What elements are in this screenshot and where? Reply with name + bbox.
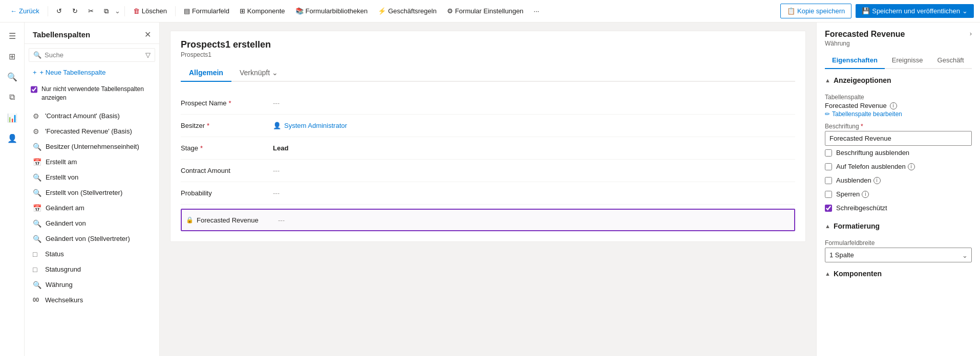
checkbox-readonly-row[interactable]: Schreibgeschützt [825,201,972,215]
description-input[interactable] [825,131,972,146]
value-besitzer[interactable]: 👤 System Administrator [273,122,347,129]
label-prospect-name: Prospect Name * [181,99,273,107]
more-button[interactable]: ··· [529,5,543,17]
panel-tab-eigenschaften[interactable]: Eigenschaften [825,52,885,69]
description-label: Beschriftung * [825,123,972,130]
description-required: * [861,123,863,130]
nav-grid-icon[interactable]: ⊞ [3,47,22,65]
sidebar-item-contract-amount-basis[interactable]: ⚙ 'Contract Amount' (Basis) [25,108,159,124]
business-rules-button[interactable]: ⚡ Geschäftsregeln [374,5,441,17]
sidebar: Tabellenspalten ✕ 🔍 ▽ + + Neue Tabellens… [25,23,160,356]
component-button[interactable]: ⊞ Komponente [236,5,289,17]
tab-allgemein[interactable]: Allgemein [181,64,231,82]
copy-icon: ⧉ [104,7,109,15]
cut-button[interactable]: ✂ [84,5,98,17]
sidebar-item-erstellt-von[interactable]: 🔍 Erstellt von [25,170,159,185]
new-column-button[interactable]: + + Neue Tabellenspalte [29,66,155,79]
undo-button[interactable]: ↺ [52,5,66,17]
search-icon-2: 🔍 [33,173,41,182]
checkbox-lock-row[interactable]: Sperren i [825,187,972,201]
nav-menu-icon[interactable]: ☰ [3,27,22,45]
info-icon-table-column[interactable]: i [890,102,897,109]
sidebar-item-geandert-von[interactable]: 🔍 Geändert von [25,216,159,231]
copy-button[interactable]: ⧉ [100,5,113,17]
unused-columns-checkbox-row[interactable]: Nur nicht verwendete Tabellenspalten anz… [29,83,155,104]
redo-button[interactable]: ↻ [68,5,82,17]
field-stage[interactable]: Stage * Lead [181,137,795,160]
checkbox-hide-label[interactable] [825,149,832,157]
checkbox-readonly[interactable] [825,205,832,212]
sidebar-item-wechselkurs[interactable]: 00 Wechselkurs [25,293,159,307]
chevron-icon-3: ▲ [825,271,830,277]
form-settings-button[interactable]: ⚙ Formular Einstellungen [443,5,528,17]
form-subtitle: Prospects1 [181,51,795,58]
tab-dropdown-icon: ⌄ [272,69,278,77]
section-komponenten[interactable]: ▲ Komponenten [825,262,972,282]
nav-search-icon[interactable]: 🔍 [3,68,22,86]
form-width-select[interactable]: 1 Spalte 2 Spalten [825,248,972,262]
checkbox-lock[interactable] [825,191,832,198]
sidebar-item-forecasted-revenue-basis[interactable]: ⚙ 'Forecasted Revenue' (Basis) [25,124,159,139]
field-contract-amount[interactable]: Contract Amount --- [181,160,795,182]
unused-columns-checkbox[interactable] [31,86,37,93]
checkbox-hide-label-text: Beschriftung ausblenden [836,149,909,157]
checkbox-hide-row[interactable]: Ausblenden i [825,173,972,187]
section-formatierung[interactable]: ▲ Formatierung [825,215,972,234]
sidebar-item-erstellt-von-stellvertreter[interactable]: 🔍 Erstellt von (Stellvertreter) [25,185,159,201]
statusgrund-icon: □ [33,265,41,274]
filter-icon[interactable]: ▽ [145,51,151,59]
cut-icon: ✂ [88,7,94,15]
field-probability[interactable]: Probability --- [181,182,795,205]
undo-icon: ↺ [56,7,62,15]
nav-people-icon[interactable]: 👤 [3,129,22,147]
back-button[interactable]: ← Zurück [6,5,44,17]
checkbox-hide-label-row[interactable]: Beschriftung ausblenden [825,146,972,160]
section-anzeigeoptionen[interactable]: ▲ Anzeigeoptionen [825,69,972,88]
checkbox-hide[interactable] [825,177,832,184]
panel-tab-ereignisse[interactable]: Ereignisse [885,52,930,69]
gear-icon-2: ⚙ [33,127,41,136]
save-copy-icon: 📋 [787,7,795,15]
search-icon: 🔍 [33,51,41,59]
toolbar-separator-3 [175,6,176,16]
save-publish-button[interactable]: 💾 Speichern und veröffentlichen ⌄ [856,4,974,18]
sidebar-item-erstellt-am[interactable]: 📅 Erstellt am [25,154,159,170]
sidebar-item-geandert-von-stellvertreter[interactable]: 🔍 Geändert von (Stellvertreter) [25,231,159,247]
nav-layers-icon[interactable]: ⧉ [3,88,22,106]
sidebar-close-button[interactable]: ✕ [144,30,151,39]
checkbox-lock-text: Sperren i [836,190,869,198]
field-forecasted-revenue[interactable]: 🔒 Forecasted Revenue --- [181,209,795,231]
info-icon-hide[interactable]: i [874,177,881,184]
sidebar-item-wahrung[interactable]: 🔍 Währung [25,277,159,293]
field-besitzer[interactable]: Besitzer * 👤 System Administrator [181,115,795,137]
info-icon-phone[interactable]: i [908,163,915,170]
value-prospect-name: --- [273,99,280,107]
sidebar-item-besitzer-unternehmenseinheit[interactable]: 🔍 Besitzer (Unternehmenseinheit) [25,139,159,154]
chevron-icon-2: ▲ [825,223,830,229]
form-header: Prospects1 erstellen Prospects1 Allgemei… [171,31,805,82]
chevron-down-icon: ⌄ [962,7,968,15]
lock-icon: 🔒 [186,216,194,224]
nav-chart-icon[interactable]: 📊 [3,108,22,127]
sidebar-item-geandert-am[interactable]: 📅 Geändert am [25,201,159,216]
checkbox-hide-phone[interactable] [825,163,832,170]
info-icon-lock[interactable]: i [862,191,869,198]
form-libraries-button[interactable]: 📚 Formularbibliotheken [291,5,372,17]
panel-tab-geschaft[interactable]: Geschäft [930,52,971,69]
checkbox-hide-phone-text: Auf Telefon ausblenden i [836,163,915,170]
save-copy-button[interactable]: 📋 Kopie speichern [780,4,851,18]
label-contract-amount: Contract Amount [181,167,273,174]
search-input[interactable] [45,51,142,59]
sidebar-title: Tabellenspalten [33,30,90,39]
field-prospect-name[interactable]: Prospect Name * --- [181,92,795,115]
search-icon-1: 🔍 [33,143,41,151]
delete-button[interactable]: 🗑 Löschen [129,5,171,17]
formularfeld-button[interactable]: ▤ Formularfeld [180,5,233,17]
sidebar-item-statusgrund[interactable]: □ Statusgrund [25,262,159,277]
panel-expand-icon[interactable]: › [970,30,972,37]
tab-verknupft[interactable]: Verknüpft ⌄ [231,64,286,81]
sidebar-search[interactable]: 🔍 ▽ [29,48,155,62]
sidebar-item-status[interactable]: □ Status [25,247,159,262]
edit-column-link[interactable]: ✏ Tabellenspalte bearbeiten [825,110,972,118]
checkbox-hide-phone-row[interactable]: Auf Telefon ausblenden i [825,160,972,173]
